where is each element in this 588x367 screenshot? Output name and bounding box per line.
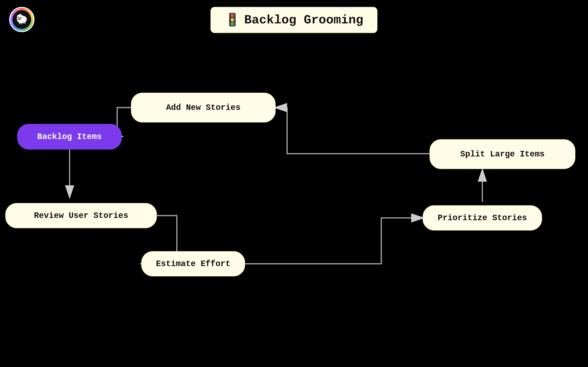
- flow-arrows: [0, 0, 588, 367]
- arrow-split-to-addstories: [276, 108, 430, 154]
- prioritize-stories-node: Prioritize Stories: [423, 205, 542, 231]
- split-large-items-node: Split Large Items: [430, 139, 575, 169]
- backlog-items-node: Backlog Items: [17, 124, 122, 150]
- arrow-estimate-to-prioritize: [245, 218, 423, 264]
- title-icon: 🚦: [225, 12, 240, 27]
- estimate-effort-node: Estimate Effort: [141, 251, 245, 276]
- add-new-stories-node: Add New Stories: [131, 93, 276, 123]
- logo-icon: 🐑: [12, 10, 31, 29]
- page-title-box: 🚦 Backlog Grooming: [210, 7, 377, 33]
- review-user-stories-node: Review User Stories: [5, 203, 157, 228]
- app-logo: 🐑: [9, 7, 35, 32]
- page-title: Backlog Grooming: [244, 13, 363, 27]
